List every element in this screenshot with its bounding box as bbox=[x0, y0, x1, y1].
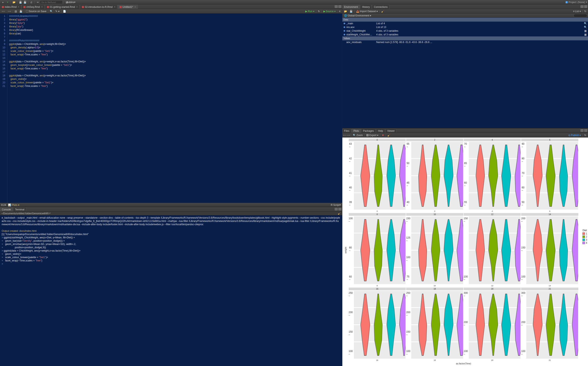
save-icon[interactable]: 💾 bbox=[19, 10, 23, 13]
env-search-input[interactable] bbox=[573, 14, 587, 17]
env-row[interactable]: aov_residualsNamed num [1:578] -60.6 -51… bbox=[342, 40, 588, 44]
source-on-save-checkbox[interactable]: Source on Save bbox=[25, 10, 47, 13]
expand-icon[interactable] bbox=[343, 23, 345, 24]
open-file-icon[interactable]: 📂 bbox=[12, 0, 16, 4]
pane-controls[interactable] bbox=[334, 5, 342, 9]
tab-history[interactable]: History bbox=[360, 5, 372, 9]
save-icon[interactable]: 💾 bbox=[19, 0, 22, 4]
env-toolbar: 📂 💾 📥 Import Dataset ▾ 🧹 ≡ List ▾ ↻ bbox=[342, 9, 588, 14]
tab-help[interactable]: Help bbox=[376, 129, 385, 133]
facet-panel bbox=[526, 216, 578, 285]
show-in-pane-icon[interactable]: ▤ bbox=[14, 10, 18, 13]
tab-label: index.Rmd bbox=[5, 6, 16, 8]
load-icon[interactable]: 📂 bbox=[343, 10, 348, 13]
legend-label: 2 bbox=[586, 235, 587, 238]
tab-plots[interactable]: Plots bbox=[352, 129, 361, 133]
close-icon[interactable]: ✕ bbox=[18, 6, 19, 8]
close-icon[interactable]: ✕ bbox=[76, 6, 78, 8]
tab-02-introduction-to-r-rmd[interactable]: 02-introduction-to-R.Rmd✕ bbox=[80, 5, 117, 9]
close-icon[interactable]: ✕ bbox=[41, 6, 43, 8]
close-icon[interactable]: ✕ bbox=[134, 6, 136, 8]
facet-xaxis: 10 bbox=[406, 285, 463, 287]
new-project-icon[interactable]: + bbox=[6, 0, 9, 4]
wand-icon[interactable]: ✎ ▾ bbox=[54, 10, 60, 13]
inspect-icon[interactable]: 🔍 bbox=[584, 22, 587, 25]
scope-selector[interactable]: 🌐 Global Environment ▾ bbox=[343, 14, 372, 17]
tab-viewer[interactable]: Viewer bbox=[385, 129, 396, 133]
save-env-icon[interactable]: 💾 bbox=[349, 10, 353, 13]
forward-icon[interactable]: ⟹ bbox=[7, 10, 12, 13]
plot-canvas: weight as.factor(Time) 043 –42 –41 –40 –… bbox=[342, 137, 588, 366]
env-var-name: _main bbox=[346, 22, 376, 25]
inspect-icon[interactable]: 🔍 bbox=[584, 26, 587, 29]
tab-environment[interactable]: Environment bbox=[342, 5, 360, 9]
run-button[interactable]: ▶ Run ▾ bbox=[305, 10, 315, 13]
section-indicator[interactable]: 📊 Plots ▾ bbox=[8, 204, 19, 206]
facet-yaxis: 55 –50 –45 –40 – bbox=[406, 141, 411, 208]
save-all-icon[interactable]: 💾 bbox=[23, 0, 27, 4]
expand-icon[interactable] bbox=[343, 30, 345, 32]
tab-01-getting-started-rmd[interactable]: 01-getting-started.Rmd✕ bbox=[45, 5, 80, 9]
facet-yaxis: 150 –100 – bbox=[464, 216, 468, 282]
view-table-icon[interactable]: ▦ bbox=[584, 33, 587, 36]
publish-button[interactable]: ◎ Publish ▾ bbox=[567, 134, 582, 137]
project-menu[interactable]: Project: (None) ▾ bbox=[566, 1, 587, 4]
env-row[interactable]: res.aovList of 13🔍 bbox=[342, 25, 588, 29]
expand-icon[interactable] bbox=[343, 26, 345, 28]
find-icon[interactable]: 🔍 bbox=[49, 10, 54, 13]
refresh-icon[interactable]: ↻ bbox=[583, 10, 587, 13]
facet-strip: 20 bbox=[464, 288, 521, 290]
print-icon[interactable]: 🖨 bbox=[30, 0, 33, 4]
console-output[interactable]: e_backslash --output _main.html --email-… bbox=[0, 215, 342, 366]
list-grid-toggle[interactable]: ≡ List ▾ bbox=[572, 10, 582, 13]
plots-toolbar: ⟸ ⟹ 🔍 Zoom 🖼 Export ▾ ✖ 🧹 ◎ Publish ▾ ↻ bbox=[342, 133, 588, 137]
pane-controls[interactable] bbox=[580, 5, 588, 9]
pane-controls[interactable] bbox=[580, 129, 588, 133]
facet-yaxis: 300 –200 –100 – bbox=[521, 290, 526, 357]
tab-index-rmd[interactable]: index.Rmd✕ bbox=[0, 5, 21, 9]
addins-menu[interactable]: Addins ▾ bbox=[69, 0, 73, 4]
tab-chiseq-rmd[interactable]: chiSeq.Rmd✕ bbox=[22, 5, 45, 9]
source-button[interactable]: ▶ Source ▾ bbox=[323, 10, 336, 13]
tab-terminal[interactable]: Terminal bbox=[13, 207, 26, 211]
facet-strip: 6 bbox=[521, 138, 578, 141]
outline-icon[interactable]: ≡ bbox=[338, 10, 341, 13]
refresh-plot-icon[interactable]: ↻ bbox=[583, 134, 587, 137]
legend-item: 4 bbox=[582, 242, 587, 244]
pane-controls[interactable] bbox=[334, 207, 342, 211]
env-row[interactable]: statWeight_ChickWei…4 obs. of 3 variable… bbox=[342, 33, 588, 37]
source-editor[interactable]: 123456789101112131415161718192021 ######… bbox=[0, 14, 342, 203]
remove-plot-icon[interactable]: ✖ bbox=[381, 134, 385, 137]
zoom-button[interactable]: 🔍 Zoom bbox=[352, 134, 364, 137]
close-icon[interactable]: ✕ bbox=[114, 6, 115, 8]
facet-4: 470 –65 –60 –55 –4 bbox=[463, 138, 521, 213]
tab-label: Environment bbox=[344, 6, 358, 8]
tab-packages[interactable]: Packages bbox=[361, 129, 376, 133]
env-row[interactable]: stat_ChickWeight4 obs. of 3 variables▦ bbox=[342, 29, 588, 33]
export-button[interactable]: 🖼 Export ▾ bbox=[365, 134, 379, 137]
facet-21: 21300 –200 –100 –21 bbox=[521, 287, 579, 362]
goto-file-input[interactable] bbox=[40, 0, 63, 4]
tab-files[interactable]: Files bbox=[342, 129, 351, 133]
expand-icon[interactable] bbox=[343, 34, 345, 35]
compile-icon[interactable]: 📄 bbox=[62, 10, 67, 13]
file-type[interactable]: R Script bbox=[331, 204, 340, 206]
env-row[interactable]: _mainList of 4🔍 bbox=[342, 22, 588, 25]
clear-env-icon[interactable]: 🧹 bbox=[380, 10, 385, 13]
env-section-values: Values bbox=[342, 37, 588, 40]
import-dataset-button[interactable]: 📥 Import Dataset ▾ bbox=[355, 10, 379, 13]
legend-item: 3 bbox=[582, 238, 587, 241]
tab-connections[interactable]: Connections bbox=[372, 5, 389, 9]
goto-arrow-icon[interactable]: ➜ bbox=[36, 0, 39, 4]
tab-console[interactable]: Console bbox=[0, 207, 13, 211]
plot-next-icon[interactable]: ⟹ bbox=[347, 134, 350, 137]
view-table-icon[interactable]: ▦ bbox=[584, 30, 587, 32]
plot-prev-icon[interactable]: ⟸ bbox=[343, 134, 346, 137]
rerun-icon[interactable]: ↻ bbox=[317, 10, 321, 13]
facet-yaxis: 100 –80 –60 – bbox=[349, 216, 353, 282]
new-file-icon[interactable]: ▸ bbox=[1, 0, 5, 4]
tab-untitled1-[interactable]: Untitled1*✕ bbox=[118, 5, 138, 9]
legend-swatch bbox=[582, 232, 585, 235]
clear-plots-icon[interactable]: 🧹 bbox=[387, 134, 391, 137]
back-icon[interactable]: ⟸ bbox=[1, 10, 6, 13]
